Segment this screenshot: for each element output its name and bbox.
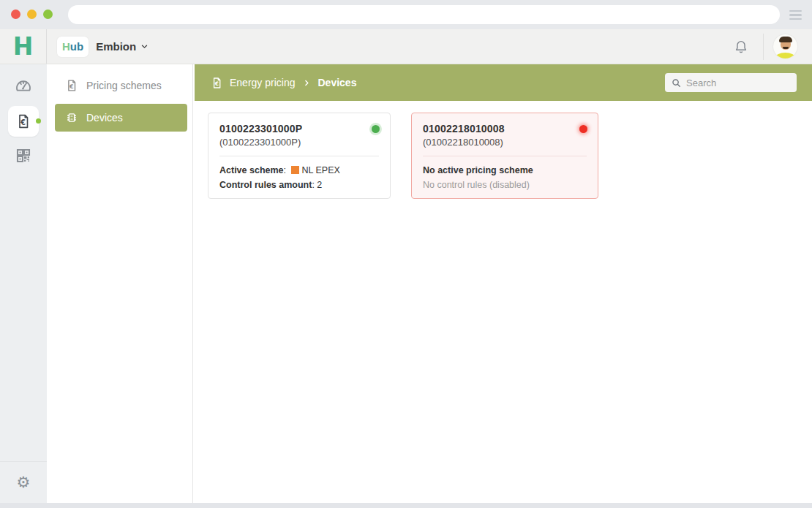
window-fullscreen-button[interactable] — [43, 10, 53, 19]
organization-name: Embion — [96, 40, 136, 53]
chevron-right-icon — [302, 78, 312, 88]
status-dot-offline — [579, 125, 587, 133]
settings-gear-icon: ⚙ — [17, 474, 31, 491]
bell-icon — [733, 39, 749, 55]
avatar-hair — [779, 37, 792, 42]
rail-energy-pricing-button[interactable]: € — [8, 106, 39, 137]
search-box[interactable] — [665, 73, 797, 92]
scheme-value: NL EPEX — [302, 165, 340, 175]
avatar-mustache — [783, 47, 789, 49]
sidebar-item-pricing-schemes[interactable]: € Pricing schemes — [55, 72, 187, 99]
pricing-document-icon: € — [15, 113, 31, 129]
device-chip-icon — [65, 111, 78, 124]
search-input[interactable] — [686, 77, 791, 88]
sidebar-item-label: Pricing schemes — [86, 80, 162, 91]
browser-chrome — [0, 0, 812, 29]
scheme-color-swatch — [291, 166, 299, 174]
avatar-shirt — [775, 53, 795, 58]
rules-value: 2 — [317, 180, 322, 190]
device-title: 01002218010008 — [423, 123, 587, 134]
notifications-button[interactable] — [731, 37, 751, 57]
sidebar-item-devices[interactable]: Devices — [55, 104, 187, 132]
sidebar: € Pricing schemes Devices — [47, 64, 193, 503]
hub-badge: Hub — [57, 37, 89, 57]
rail-modules-button[interactable] — [0, 140, 47, 172]
breadcrumb-current: Devices — [318, 77, 357, 88]
active-scheme-row: Active scheme: NL EPEX — [219, 163, 379, 178]
chevron-down-icon — [140, 42, 149, 51]
svg-text:€: € — [214, 80, 219, 87]
rail-active-indicator-dot — [36, 118, 41, 124]
window-close-button[interactable] — [11, 10, 20, 19]
organization-switcher[interactable]: Embion — [96, 40, 149, 53]
pricing-document-icon: € — [65, 79, 78, 92]
icon-rail: € ⚙ — [0, 64, 47, 503]
svg-text:€: € — [20, 118, 26, 126]
device-title: 0100223301000P — [219, 123, 379, 134]
rail-settings-button[interactable]: ⚙ — [0, 466, 47, 498]
logo-letter: H — [13, 34, 34, 58]
app-logo[interactable]: H — [0, 29, 47, 64]
rail-dashboard-button[interactable] — [0, 70, 47, 102]
breadcrumb-bar: € Energy pricing Devices — [195, 64, 812, 101]
dashboard-gauge-icon — [14, 77, 33, 96]
window-minimize-button[interactable] — [27, 10, 37, 19]
breadcrumb-section[interactable]: Energy pricing — [230, 77, 296, 88]
bottom-strip — [0, 503, 812, 508]
main-content: € Energy pricing Devices 0100223301000P … — [193, 64, 812, 503]
hub-badge-text: H — [62, 40, 70, 53]
rail-divider — [0, 461, 47, 462]
no-scheme-row: No active pricing scheme — [423, 163, 587, 178]
no-rules-row: No control rules (disabled) — [423, 178, 587, 192]
device-card-alert[interactable]: 01002218010008 (01002218010008) No activ… — [411, 113, 598, 199]
device-serial: (01002218010008) — [423, 137, 587, 148]
search-icon — [671, 77, 682, 88]
app-header: H Hub Embion — [0, 29, 812, 64]
browser-menu-icon[interactable] — [789, 10, 802, 20]
header-divider — [763, 34, 764, 60]
device-card[interactable]: 0100223301000P (0100223301000P) Active s… — [208, 113, 391, 199]
modules-grid-icon — [15, 147, 32, 164]
address-bar[interactable] — [68, 5, 780, 24]
device-serial: (0100223301000P) — [219, 137, 379, 148]
app-window: H Hub Embion — [0, 0, 812, 508]
user-avatar[interactable] — [773, 34, 797, 58]
sidebar-item-label: Devices — [86, 112, 123, 124]
svg-text:€: € — [69, 83, 73, 90]
device-card-grid: 0100223301000P (0100223301000P) Active s… — [208, 113, 598, 199]
status-dot-online — [372, 125, 380, 133]
header-left: Hub Embion — [57, 29, 149, 64]
card-divider — [423, 156, 587, 156]
pricing-document-icon: € — [211, 77, 223, 89]
card-divider — [219, 156, 379, 156]
control-rules-row: Control rules amount: 2 — [219, 178, 379, 192]
